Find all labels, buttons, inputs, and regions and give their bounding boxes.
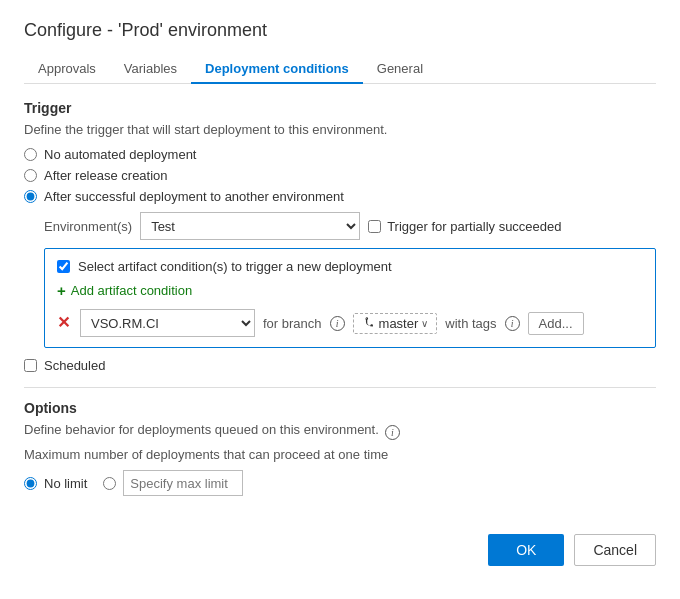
trigger-description: Define the trigger that will start deplo…: [24, 122, 656, 137]
trigger-section-title: Trigger: [24, 100, 656, 116]
trigger-after-success-label: After successful deployment to another e…: [44, 189, 344, 204]
artifact-name-select[interactable]: VSO.RM.CI: [80, 309, 255, 337]
add-artifact-button[interactable]: + Add artifact condition: [57, 282, 643, 299]
artifact-conditions-box: Select artifact condition(s) to trigger …: [44, 248, 656, 348]
trigger-after-success-radio[interactable]: [24, 190, 37, 203]
options-info-icon[interactable]: i: [385, 425, 400, 440]
branch-value: master: [379, 316, 419, 331]
no-limit-label: No limit: [44, 476, 87, 491]
artifact-header: Select artifact condition(s) to trigger …: [57, 259, 643, 274]
trigger-partial-checkbox[interactable]: [368, 220, 381, 233]
trigger-after-release[interactable]: After release creation: [24, 168, 656, 183]
max-deploy-label: Maximum number of deployments that can p…: [24, 447, 656, 462]
ok-button[interactable]: OK: [488, 534, 564, 566]
no-limit-item[interactable]: No limit: [24, 476, 87, 491]
options-desc-row: Define behavior for deployments queued o…: [24, 422, 656, 443]
limit-row: No limit: [24, 470, 656, 496]
tab-approvals[interactable]: Approvals: [24, 55, 110, 84]
trigger-no-auto[interactable]: No automated deployment: [24, 147, 656, 162]
add-tags-button[interactable]: Add...: [528, 312, 584, 335]
trigger-after-release-label: After release creation: [44, 168, 168, 183]
tab-general[interactable]: General: [363, 55, 437, 84]
git-branch-icon: [362, 316, 376, 330]
no-limit-radio[interactable]: [24, 477, 37, 490]
env-label: Environment(s): [44, 219, 132, 234]
add-artifact-label: Add artifact condition: [71, 283, 192, 298]
configure-dialog: Configure - 'Prod' environment Approvals…: [0, 0, 680, 599]
tab-deployment-conditions[interactable]: Deployment conditions: [191, 55, 363, 84]
options-section-title: Options: [24, 400, 656, 416]
branch-dropdown[interactable]: master ∨: [353, 313, 438, 334]
trigger-no-auto-radio[interactable]: [24, 148, 37, 161]
trigger-partial-checkbox-label[interactable]: Trigger for partially succeeded: [368, 219, 561, 234]
specify-max-radio[interactable]: [103, 477, 116, 490]
trigger-no-auto-label: No automated deployment: [44, 147, 196, 162]
options-section: Options Define behavior for deployments …: [24, 400, 656, 496]
environment-select[interactable]: Test: [140, 212, 360, 240]
trigger-after-success[interactable]: After successful deployment to another e…: [24, 189, 656, 204]
tab-variables[interactable]: Variables: [110, 55, 191, 84]
environment-row: Environment(s) Test Trigger for partiall…: [44, 212, 656, 240]
trigger-after-release-radio[interactable]: [24, 169, 37, 182]
branch-chevron-icon: ∨: [421, 318, 428, 329]
scheduled-row[interactable]: Scheduled: [24, 358, 656, 373]
trigger-partial-label: Trigger for partially succeeded: [387, 219, 561, 234]
trigger-section: Trigger Define the trigger that will sta…: [24, 100, 656, 373]
for-branch-label: for branch: [263, 316, 322, 331]
remove-artifact-button[interactable]: ✕: [57, 315, 70, 331]
plus-icon: +: [57, 282, 66, 299]
trigger-radio-group: No automated deployment After release cr…: [24, 147, 656, 204]
dialog-title: Configure - 'Prod' environment: [24, 20, 656, 41]
scheduled-label: Scheduled: [44, 358, 105, 373]
artifact-row: ✕ VSO.RM.CI for branch i master ∨ with t…: [57, 309, 643, 337]
scheduled-checkbox[interactable]: [24, 359, 37, 372]
cancel-button[interactable]: Cancel: [574, 534, 656, 566]
artifact-condition-checkbox[interactable]: [57, 260, 70, 273]
artifact-condition-label: Select artifact condition(s) to trigger …: [78, 259, 392, 274]
footer-buttons: OK Cancel: [24, 524, 656, 566]
section-divider: [24, 387, 656, 388]
options-description: Define behavior for deployments queued o…: [24, 422, 379, 437]
tags-info-icon[interactable]: i: [505, 316, 520, 331]
with-tags-label: with tags: [445, 316, 496, 331]
tabs-bar: Approvals Variables Deployment condition…: [24, 55, 656, 84]
specify-max-input[interactable]: [123, 470, 243, 496]
specify-max-item[interactable]: [103, 470, 243, 496]
branch-info-icon[interactable]: i: [330, 316, 345, 331]
